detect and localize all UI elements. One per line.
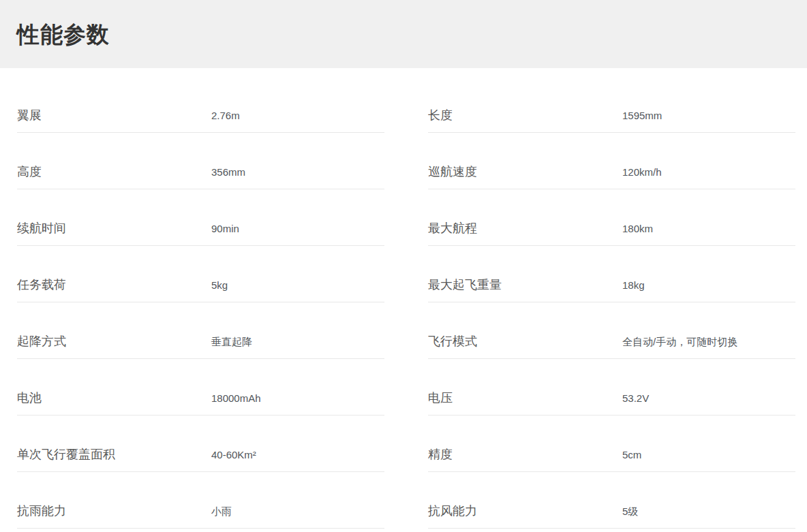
spec-label: 抗风能力	[428, 502, 622, 520]
section-header: 性能参数	[0, 0, 807, 68]
spec-value: 180km	[622, 221, 653, 236]
spec-label: 最大起飞重量	[428, 276, 622, 294]
spec-label: 长度	[428, 106, 622, 124]
spec-label: 续航时间	[17, 219, 211, 237]
spec-value: 120km/h	[622, 165, 662, 180]
spec-label: 高度	[17, 163, 211, 181]
spec-label: 翼展	[17, 106, 211, 124]
spec-value: 5级	[622, 504, 638, 519]
spec-label: 电压	[428, 389, 622, 407]
spec-value: 90min	[211, 221, 239, 236]
spec-value: 全自动/手动，可随时切换	[622, 334, 737, 349]
spec-label: 精度	[428, 445, 622, 463]
spec-row: 长度 1595mm	[428, 76, 795, 133]
spec-label: 起降方式	[17, 332, 211, 350]
spec-label: 电池	[17, 389, 211, 407]
page-title: 性能参数	[17, 23, 110, 46]
specs-grid: 翼展 2.76m 高度 356mm 续航时间 90min 任务载荷 5kg 起降…	[0, 68, 807, 529]
spec-row: 抗雨能力 小雨	[17, 472, 384, 529]
spec-label: 最大航程	[428, 219, 622, 237]
spec-row: 电压 53.2V	[428, 359, 795, 416]
spec-label: 飞行模式	[428, 332, 622, 350]
spec-value: 垂直起降	[211, 334, 252, 349]
spec-row: 续航时间 90min	[17, 189, 384, 246]
spec-row: 翼展 2.76m	[17, 76, 384, 133]
spec-label: 抗雨能力	[17, 502, 211, 520]
spec-row: 任务载荷 5kg	[17, 246, 384, 302]
specs-column-left: 翼展 2.76m 高度 356mm 续航时间 90min 任务载荷 5kg 起降…	[17, 76, 384, 529]
spec-value: 18000mAh	[211, 391, 261, 406]
spec-value: 40-60Km²	[211, 448, 256, 463]
spec-value: 18kg	[622, 278, 645, 293]
spec-row: 最大航程 180km	[428, 189, 795, 246]
spec-value: 356mm	[211, 165, 245, 180]
spec-row: 单次飞行覆盖面积 40-60Km²	[17, 416, 384, 472]
spec-label: 巡航速度	[428, 163, 622, 181]
spec-row: 高度 356mm	[17, 133, 384, 189]
spec-value: 53.2V	[622, 391, 649, 406]
spec-row: 抗风能力 5级	[428, 472, 795, 529]
spec-label: 任务载荷	[17, 276, 211, 294]
spec-value: 5cm	[622, 448, 641, 463]
spec-row: 起降方式 垂直起降	[17, 302, 384, 359]
spec-row: 飞行模式 全自动/手动，可随时切换	[428, 302, 795, 359]
spec-row: 巡航速度 120km/h	[428, 133, 795, 189]
spec-row: 精度 5cm	[428, 416, 795, 472]
spec-value: 1595mm	[622, 108, 662, 123]
spec-row: 电池 18000mAh	[17, 359, 384, 416]
specs-column-right: 长度 1595mm 巡航速度 120km/h 最大航程 180km 最大起飞重量…	[428, 76, 795, 529]
spec-value: 5kg	[211, 278, 228, 293]
spec-value: 小雨	[211, 504, 232, 519]
spec-row: 最大起飞重量 18kg	[428, 246, 795, 302]
spec-value: 2.76m	[211, 108, 240, 123]
spec-label: 单次飞行覆盖面积	[17, 445, 211, 463]
